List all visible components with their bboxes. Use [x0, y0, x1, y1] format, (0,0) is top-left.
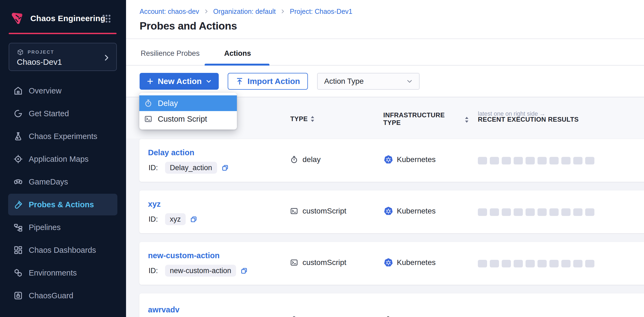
column-type[interactable]: TYPE — [290, 115, 308, 123]
table-row: awrvadv delay Linux — [139, 293, 644, 317]
upload-icon — [236, 77, 244, 85]
breadcrumb-account-link[interactable]: Account: chaos-dev — [140, 8, 199, 15]
sidebar-item-pipelines[interactable]: Pipelines — [0, 216, 126, 238]
chevron-down-icon — [406, 78, 413, 85]
flask-icon — [13, 131, 23, 141]
execution-placeholder — [502, 208, 511, 216]
recent-execution-placeholders — [478, 208, 594, 216]
apps-grid-icon[interactable] — [101, 14, 112, 24]
breadcrumb-separator-icon — [204, 9, 209, 14]
sidebar: Chaos Engineering PROJECT Chaos-Dev1 — [0, 0, 126, 317]
sort-type-icon[interactable] — [310, 115, 315, 123]
chevron-down-icon — [205, 78, 212, 85]
copy-icon[interactable] — [190, 216, 197, 223]
table-row: xyz ID: xyz customScript Kubernetes — [139, 190, 644, 233]
execution-placeholder — [502, 157, 511, 164]
recent-execution-placeholders — [478, 260, 594, 267]
execution-placeholder — [549, 157, 559, 164]
sidebar-item-environments[interactable]: Environments — [0, 262, 126, 284]
execution-placeholder — [502, 260, 511, 267]
sidebar-item-probes-actions[interactable]: Probes & Actions — [8, 194, 117, 215]
sidebar-item-application-maps[interactable]: Application Maps — [0, 148, 126, 170]
project-cube-icon — [17, 49, 24, 56]
module-accent-bar — [9, 33, 117, 34]
import-action-button[interactable]: Import Action — [228, 73, 308, 90]
type-cell: delay — [290, 316, 321, 317]
breadcrumb-project-link[interactable]: Project: Chaos-Dev1 — [290, 8, 352, 15]
brand-title: Chaos Engineering — [30, 14, 105, 23]
page-title: Probes and Actions — [140, 20, 237, 32]
execution-placeholder — [478, 208, 487, 216]
sidebar-item-overview[interactable]: Overview — [0, 80, 126, 102]
execution-placeholder — [526, 208, 535, 216]
stopwatch-icon — [144, 99, 152, 107]
table-row: new-custom-action ID: new-custom-action … — [139, 242, 644, 285]
tab-resilience-probes[interactable]: Resilience Probes — [141, 49, 200, 58]
sidebar-item-chaosguard[interactable]: ChaosGuard — [0, 285, 126, 306]
terminal-icon — [290, 207, 298, 215]
gamepad-icon — [13, 177, 23, 187]
execution-placeholder — [549, 260, 559, 267]
test-tube-icon — [13, 200, 23, 209]
linux-penguin-icon — [384, 316, 392, 317]
execution-placeholder — [561, 157, 571, 164]
action-id-row: ID: xyz — [149, 213, 197, 225]
infrastructure-cell: Kubernetes — [384, 258, 436, 267]
execution-placeholder — [490, 260, 499, 267]
tab-actions[interactable]: Actions — [224, 49, 251, 58]
column-recent-execution-results: RECENT EXECUTION RESULTS — [478, 116, 579, 123]
infrastructure-cell: Kubernetes — [384, 155, 436, 164]
execution-placeholder — [573, 260, 582, 267]
menu-item-delay[interactable]: Delay — [139, 95, 237, 111]
stopwatch-icon — [290, 316, 298, 317]
terminal-icon — [144, 115, 152, 123]
sidebar-item-chaos-dashboards[interactable]: Chaos Dashboards — [0, 239, 126, 261]
plus-icon — [146, 77, 154, 85]
execution-placeholder — [585, 157, 594, 164]
action-name-link[interactable]: xyz — [148, 200, 161, 209]
new-action-button[interactable]: New Action — [140, 73, 219, 90]
recent-execution-placeholders — [478, 157, 594, 164]
sidebar-item-gamedays[interactable]: GameDays — [0, 171, 126, 193]
action-type-select[interactable]: Action Type — [317, 73, 420, 90]
dashboards-icon — [13, 245, 23, 255]
sidebar-item-get-started[interactable]: Get Started — [0, 103, 126, 124]
execution-placeholder — [561, 260, 571, 267]
execution-placeholder — [490, 208, 499, 216]
project-name: Chaos-Dev1 — [17, 57, 62, 67]
execution-placeholder — [514, 260, 523, 267]
action-name-link[interactable]: Delay action — [148, 148, 194, 157]
kubernetes-icon — [384, 258, 393, 267]
execution-placeholder — [585, 260, 594, 267]
project-selector[interactable]: PROJECT Chaos-Dev1 — [9, 43, 117, 71]
copy-icon[interactable] — [221, 164, 229, 172]
divider — [126, 38, 644, 39]
execution-placeholder — [537, 208, 547, 216]
type-cell: delay — [290, 155, 321, 164]
execution-placeholder — [514, 208, 523, 216]
menu-item-custom-script[interactable]: Custom Script — [139, 111, 237, 127]
target-icon — [13, 154, 23, 164]
column-infrastructure-type[interactable]: INFRASTRUCTURE TYPE — [383, 111, 445, 127]
action-id-row: ID: Delay_action — [149, 162, 229, 174]
hexagons-icon — [13, 268, 23, 278]
action-name-link[interactable]: new-custom-action — [148, 251, 220, 260]
breadcrumb-organization-link[interactable]: Organization: default — [213, 8, 276, 15]
execution-placeholder — [585, 208, 594, 216]
type-cell: customScript — [290, 207, 346, 215]
execution-placeholder — [514, 157, 523, 164]
lock-shield-icon — [13, 291, 23, 300]
execution-placeholder — [526, 260, 535, 267]
active-tab-indicator — [205, 64, 269, 66]
type-cell: customScript — [290, 258, 346, 267]
action-name-link[interactable]: awrvadv — [148, 305, 179, 314]
tabs-divider — [126, 65, 644, 66]
sidebar-item-chaos-experiments[interactable]: Chaos Experiments — [0, 125, 126, 147]
execution-placeholder — [573, 157, 582, 164]
infrastructure-cell: Kubernetes — [384, 206, 436, 216]
copy-icon[interactable] — [240, 267, 248, 274]
new-action-dropdown-menu: Delay Custom Script — [139, 93, 237, 130]
infrastructure-cell: Linux — [384, 316, 414, 317]
sort-infrastructure-icon[interactable] — [464, 116, 469, 124]
action-id-value: xyz — [165, 213, 186, 225]
